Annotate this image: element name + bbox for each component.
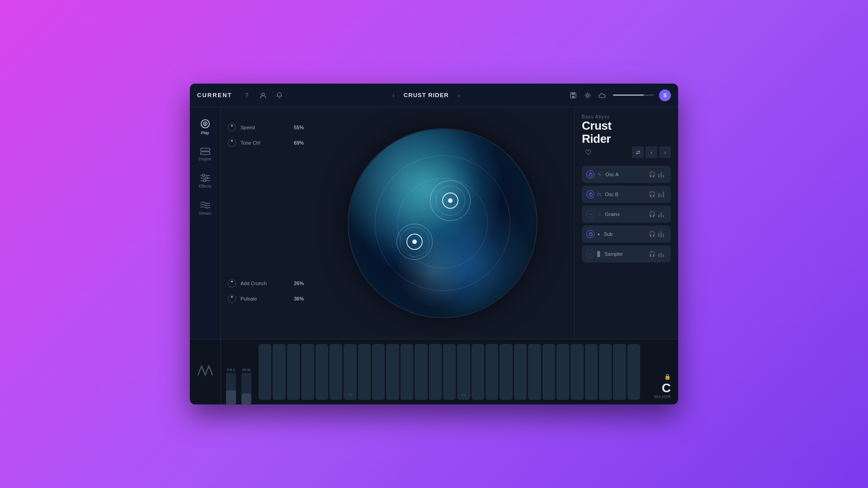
- eq-bar: [663, 234, 664, 237]
- key-13[interactable]: [429, 344, 442, 400]
- volume-slider[interactable]: [613, 94, 654, 96]
- pb-slider-col: PB 2: [224, 368, 238, 404]
- key-9[interactable]: [372, 344, 385, 400]
- eq-bar: [663, 192, 664, 197]
- speed-value: 55%: [289, 125, 304, 130]
- key-17[interactable]: [486, 344, 498, 400]
- sampler-controls: 🎧: [649, 251, 666, 257]
- key-12[interactable]: [415, 344, 427, 400]
- pulsate-value: 36%: [289, 296, 304, 301]
- key-18[interactable]: [500, 344, 512, 400]
- osc-b-headphone[interactable]: 🎧: [649, 191, 656, 197]
- pulsate-knob[interactable]: [228, 295, 236, 303]
- key-21[interactable]: [542, 344, 555, 400]
- track-title: CRUST RIDER: [404, 92, 449, 99]
- key-c3[interactable]: C3: [344, 344, 356, 400]
- right-panel: Bass Abyss Crust Rider ♡ ⇄ ‹ ›: [574, 107, 678, 339]
- header-center: ‹ CRUST RIDER ›: [290, 92, 562, 99]
- add-crunch-knob[interactable]: [228, 279, 236, 287]
- grains-label: Grains: [605, 211, 646, 217]
- key-1[interactable]: [259, 344, 271, 400]
- key-6[interactable]: [330, 344, 342, 400]
- speed-knob[interactable]: [228, 123, 236, 131]
- key-23[interactable]: [571, 344, 583, 400]
- key-16[interactable]: [472, 344, 484, 400]
- grains-power[interactable]: −: [586, 210, 594, 218]
- osc-a-eq[interactable]: [658, 171, 666, 178]
- favorite-button[interactable]: ♡: [582, 146, 594, 159]
- svg-rect-2: [571, 93, 575, 95]
- stream-label: Stream: [198, 211, 212, 216]
- key-25[interactable]: [599, 344, 612, 400]
- control-point-1[interactable]: [442, 192, 458, 209]
- settings-button[interactable]: [582, 90, 593, 101]
- mod-label: MOD: [242, 368, 251, 372]
- shuffle-button[interactable]: ⇄: [632, 146, 644, 158]
- key-19[interactable]: [514, 344, 527, 400]
- eq-bar: [658, 253, 660, 257]
- tone-ctrl-knob[interactable]: [228, 139, 236, 147]
- keys-right: 🔒 C MAJOR: [642, 339, 678, 404]
- eq-bar: [663, 175, 664, 178]
- sidebar-item-effects[interactable]: Effects: [190, 169, 220, 193]
- sampler-power[interactable]: −: [586, 250, 594, 258]
- sub-icon: ●: [597, 231, 600, 237]
- prev-preset-button[interactable]: ‹: [646, 146, 657, 158]
- key-24[interactable]: [585, 344, 598, 400]
- sub-power[interactable]: [586, 230, 594, 238]
- sub-eq[interactable]: [658, 231, 666, 237]
- lock-icon[interactable]: 🔒: [664, 374, 671, 380]
- key-10[interactable]: [386, 344, 399, 400]
- key-20[interactable]: [528, 344, 541, 400]
- osc-a-power[interactable]: [586, 170, 594, 178]
- key-14[interactable]: [443, 344, 456, 400]
- sampler-headphone[interactable]: 🎧: [649, 251, 656, 257]
- eq-bar: [660, 195, 662, 197]
- pb-track[interactable]: [226, 373, 236, 404]
- sidebar-item-engine[interactable]: Engine: [190, 143, 220, 166]
- osc-a-headphone[interactable]: 🎧: [649, 171, 656, 178]
- sidebar-item-play[interactable]: Play: [190, 114, 220, 140]
- grains-controls: 🎧: [649, 211, 666, 217]
- svg-point-4: [587, 94, 589, 96]
- speed-label: Speed: [241, 125, 285, 130]
- vinyl-disc[interactable]: [348, 128, 538, 318]
- grains-eq[interactable]: [658, 211, 666, 217]
- mod-track[interactable]: [241, 373, 251, 404]
- prev-track-button[interactable]: ‹: [392, 92, 395, 99]
- key-4[interactable]: [301, 344, 314, 400]
- osc-b-power[interactable]: [586, 190, 594, 198]
- key-22[interactable]: [557, 344, 569, 400]
- grains-headphone[interactable]: 🎧: [649, 211, 656, 217]
- cloud-button[interactable]: [597, 90, 608, 101]
- keyboard-left: [190, 339, 221, 404]
- sub-headphone[interactable]: 🎧: [649, 231, 656, 237]
- sampler-eq[interactable]: [658, 251, 666, 257]
- osc-b-controls: 🎧: [649, 191, 666, 197]
- grains-row: − ⁘ Grains 🎧: [582, 206, 671, 223]
- avatar[interactable]: S: [659, 89, 671, 101]
- eq-bar: [660, 253, 662, 257]
- osc-b-label: Osc B: [605, 192, 646, 197]
- next-preset-button[interactable]: ›: [659, 146, 671, 158]
- key-27[interactable]: [627, 344, 640, 400]
- oscillators-list: ∿ Osc A 🎧: [582, 166, 671, 263]
- key-3[interactable]: [287, 344, 300, 400]
- bell-button[interactable]: [274, 90, 285, 101]
- next-track-button[interactable]: ›: [458, 92, 460, 99]
- save-button[interactable]: [568, 90, 579, 101]
- key-8[interactable]: [358, 344, 371, 400]
- key-2[interactable]: [273, 344, 285, 400]
- key-26[interactable]: [613, 344, 626, 400]
- key-c4[interactable]: C4: [457, 344, 470, 400]
- sidebar-item-stream[interactable]: Stream: [190, 197, 220, 220]
- key-5[interactable]: [316, 344, 328, 400]
- user-button[interactable]: [258, 90, 269, 101]
- key-11[interactable]: [401, 344, 413, 400]
- osc-b-eq[interactable]: [658, 191, 666, 197]
- svg-rect-8: [201, 148, 210, 151]
- pitch-mod-area: PB 2 MOD: [221, 339, 257, 404]
- control-point-2[interactable]: [406, 234, 423, 250]
- help-button[interactable]: ?: [241, 90, 252, 101]
- sub-label: Sub: [604, 231, 646, 237]
